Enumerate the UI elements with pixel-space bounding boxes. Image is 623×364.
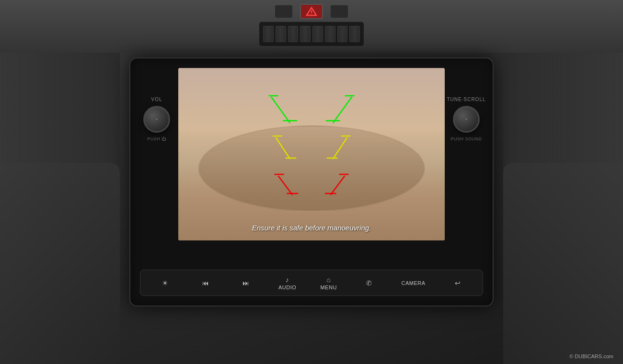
home-icon: ⌂ bbox=[326, 276, 331, 284]
top-controls bbox=[275, 4, 348, 19]
top-button-right[interactable] bbox=[330, 5, 348, 18]
vent-fin bbox=[263, 26, 274, 42]
main-scene: Ensure it is safe before manoeuvring. VO… bbox=[0, 0, 623, 364]
display-mode-button[interactable]: ☀ bbox=[153, 272, 177, 294]
left-dash-detail bbox=[0, 163, 120, 364]
display-screen: Ensure it is safe before manoeuvring. bbox=[178, 68, 445, 240]
camera-view: Ensure it is safe before manoeuvring. bbox=[178, 68, 445, 240]
vent-fin bbox=[288, 26, 299, 42]
prev-track-icon: ⏮ bbox=[202, 279, 209, 287]
tune-knob[interactable] bbox=[453, 106, 480, 133]
center-vent bbox=[259, 22, 364, 46]
button-bar: ☀ ⏮ ⏭ ♪ AUDIO ⌂ MENU ✆ bbox=[140, 270, 483, 296]
menu-label: MENU bbox=[321, 284, 337, 290]
vent-fin bbox=[312, 26, 323, 42]
next-track-icon: ⏭ bbox=[242, 279, 250, 287]
top-vent-bar bbox=[0, 0, 623, 53]
tune-knob-area: TUNE·SCROLL PUSH SOUND bbox=[447, 97, 485, 141]
camera-label: CAMERA bbox=[401, 280, 425, 286]
safety-text: Ensure it is safe before manoeuvring. bbox=[252, 224, 371, 232]
svg-line-15 bbox=[278, 176, 293, 195]
prev-track-button[interactable]: ⏮ bbox=[194, 272, 218, 294]
phone-icon: ✆ bbox=[366, 279, 372, 287]
svg-line-4 bbox=[333, 97, 352, 123]
display-mode-icon: ☀ bbox=[162, 279, 169, 287]
right-dash-detail bbox=[503, 163, 623, 364]
hazard-button[interactable] bbox=[300, 4, 323, 19]
copyright-symbol: © bbox=[569, 353, 573, 359]
vol-label: VOL bbox=[151, 97, 162, 102]
infotainment-unit: Ensure it is safe before manoeuvring. VO… bbox=[129, 57, 494, 307]
watermark-text: DUBICARS.com bbox=[575, 353, 613, 359]
vol-knob-area: VOL PUSH ⏻ bbox=[138, 97, 176, 141]
svg-line-9 bbox=[276, 137, 290, 159]
audio-label: AUDIO bbox=[278, 284, 296, 290]
top-button-left[interactable] bbox=[275, 5, 293, 18]
vent-fin bbox=[349, 26, 360, 42]
camera-button[interactable]: CAMERA bbox=[397, 272, 429, 294]
push-power-label: PUSH ⏻ bbox=[147, 136, 166, 141]
back-icon: ↩ bbox=[455, 279, 461, 287]
audio-button[interactable]: ♪ AUDIO bbox=[275, 272, 300, 294]
svg-point-2 bbox=[311, 14, 312, 15]
vent-fin bbox=[337, 26, 348, 42]
push-sound-label: PUSH SOUND bbox=[450, 136, 482, 141]
phone-button[interactable]: ✆ bbox=[357, 272, 381, 294]
audio-icon: ♪ bbox=[286, 276, 289, 284]
svg-line-10 bbox=[333, 137, 347, 159]
vent-fin bbox=[276, 26, 286, 42]
next-track-button[interactable]: ⏭ bbox=[234, 272, 258, 294]
svg-line-16 bbox=[331, 176, 345, 195]
tune-label: TUNE·SCROLL bbox=[447, 97, 486, 102]
vent-fin bbox=[325, 26, 335, 42]
guide-lines-svg bbox=[178, 68, 445, 240]
vol-knob[interactable] bbox=[143, 106, 170, 133]
back-button[interactable]: ↩ bbox=[446, 272, 470, 294]
svg-line-3 bbox=[271, 97, 290, 123]
vent-fin bbox=[300, 26, 311, 42]
watermark: © DUBICARS.com bbox=[569, 353, 613, 359]
menu-button[interactable]: ⌂ MENU bbox=[317, 272, 341, 294]
